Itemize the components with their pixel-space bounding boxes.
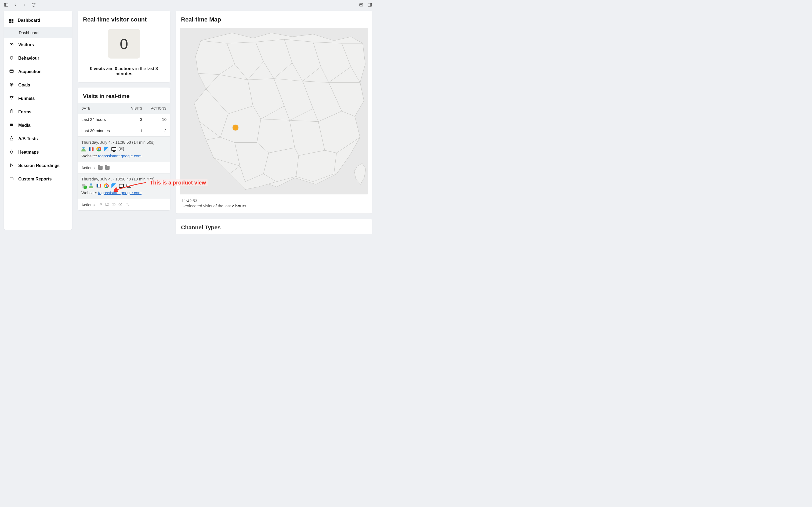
bell-icon: [9, 55, 14, 61]
media-icon: [9, 122, 14, 128]
sidebar-item-label: Visitors: [18, 43, 34, 47]
sidebar-item-label: Behaviour: [18, 56, 39, 61]
visit-timestamp: Thursday, July 4, - 11:38:53 (14 min 50s…: [81, 140, 167, 145]
nav-back-icon[interactable]: [13, 2, 18, 8]
sidebar-sub-label: Dashboard: [19, 30, 39, 35]
visitor-count-subtitle: 0 visits and 0 actions in the last 3 min…: [77, 59, 170, 82]
sidebar-item-goals[interactable]: Goals: [4, 78, 72, 92]
sidebar-item-acquisition[interactable]: Acquisition: [4, 65, 72, 78]
actions-label: Actions:: [81, 165, 96, 170]
flag-outline-icon[interactable]: [98, 202, 102, 207]
map-caption: 11:42:53 Geolocated visits of the last 2…: [176, 195, 252, 214]
macos-icon: [104, 147, 109, 152]
svg-point-7: [11, 84, 12, 86]
sidebar-item-abtests[interactable]: A/B Tests: [4, 132, 72, 146]
sidebar-item-label: Forms: [18, 110, 32, 114]
plugin-icon: [126, 183, 131, 188]
realtime-map-card: Real-time Map: [176, 11, 372, 214]
visit-website-link[interactable]: tagassistant.google.com: [98, 190, 141, 195]
desktop-icon: [111, 147, 116, 152]
folder-icon[interactable]: [105, 166, 110, 170]
sidebar-item-label: Session Recordings: [18, 163, 60, 168]
svg-point-12: [126, 203, 128, 205]
map-marker[interactable]: [233, 125, 238, 130]
visit-actions: Actions:: [77, 162, 170, 173]
svg-rect-0: [4, 3, 8, 6]
visit-entry[interactable]: Thursday, July 4, - 11:38:53 (14 min 50s…: [77, 136, 170, 162]
sidebar-item-media[interactable]: Media: [4, 119, 72, 132]
browser-toolbar: [0, 0, 376, 11]
sidebar-item-label: A/B Tests: [18, 136, 38, 141]
visit-website: Website: tagassistant.google.com: [81, 154, 167, 158]
cloud-download-icon[interactable]: [118, 202, 122, 207]
actions-label: Actions:: [81, 203, 96, 207]
sidebar-item-label: Goals: [18, 83, 30, 88]
visits-realtime-title: Visits in real-time: [77, 88, 170, 99]
plugin-icon: [119, 147, 124, 152]
visit-entry[interactable]: Thursday, July 4, - 10:50:49 (19 min 47s…: [77, 173, 170, 199]
cloud-download-icon[interactable]: [112, 202, 116, 207]
svg-point-4: [11, 44, 13, 45]
sidebar-item-dashboard[interactable]: Dashboard: [4, 13, 72, 27]
rt-row[interactable]: Last 30 minutes 1 2: [77, 125, 170, 136]
sidebar-item-funnels[interactable]: Funnels: [4, 92, 72, 105]
sidebar-item-label: Media: [18, 123, 31, 128]
svg-rect-11: [10, 178, 13, 180]
briefcase-icon: [9, 176, 14, 182]
chrome-icon: [104, 183, 109, 188]
visitor-icon: [81, 147, 86, 152]
rt-table-head: DATE VISITS ACTIONS: [77, 103, 170, 114]
search-icon[interactable]: [125, 202, 129, 207]
target-icon: [9, 82, 14, 88]
channel-types-card: Channel Types: [176, 219, 372, 234]
svg-point-6: [10, 83, 13, 86]
map-timestamp: 11:42:53: [181, 199, 246, 203]
visitors-icon: [9, 42, 14, 48]
desktop-icon: [119, 183, 124, 188]
map-title: Real-time Map: [176, 11, 372, 23]
panel-left-icon[interactable]: [4, 2, 9, 8]
sidebar-item-custom-reports[interactable]: Custom Reports: [4, 172, 72, 186]
flag-fr-icon: [97, 183, 101, 188]
svg-rect-5: [10, 70, 13, 73]
col-visits: VISITS: [126, 107, 142, 110]
sidebar-item-session-recordings[interactable]: Session Recordings: [4, 159, 72, 172]
sidebar-sub-dashboard[interactable]: Dashboard: [4, 27, 72, 38]
channel-types-title: Channel Types: [181, 224, 367, 231]
play-icon: [9, 163, 14, 169]
sidebar-item-behaviour[interactable]: Behaviour: [4, 52, 72, 65]
sidebar-item-label: Funnels: [18, 96, 35, 101]
sidebar: Dashboard Dashboard Visitors Behaviour A…: [4, 11, 72, 230]
flag-fr-icon: [89, 147, 94, 152]
external-link-icon[interactable]: [105, 202, 109, 207]
visits-realtime-card: Visits in real-time DATE VISITS ACTIONS …: [77, 88, 170, 210]
sidebar-item-label: Acquisition: [18, 69, 42, 74]
col-date: DATE: [81, 107, 126, 110]
droplet-icon: [9, 149, 14, 155]
svg-point-8: [11, 84, 12, 85]
visit-actions: Actions:: [77, 199, 170, 210]
visitor-icon: [89, 183, 94, 188]
svg-rect-1: [359, 3, 363, 6]
sidebar-item-label: Heatmaps: [18, 150, 39, 155]
reload-icon[interactable]: [31, 2, 36, 8]
visit-timestamp: Thursday, July 4, - 10:50:49 (19 min 47s…: [81, 177, 167, 181]
window-icon: [9, 69, 14, 75]
panel-right-icon[interactable]: [367, 2, 372, 8]
visit-website-link[interactable]: tagassistant.google.com: [98, 154, 141, 158]
rt-row[interactable]: Last 24 hours 3 10: [77, 114, 170, 125]
returning-visitor-icon: 1: [81, 183, 86, 188]
map[interactable]: [180, 28, 368, 194]
visitor-count-title: Real-time visitor count: [77, 11, 170, 23]
sidebar-item-visitors[interactable]: Visitors: [4, 38, 72, 52]
macos-icon: [111, 183, 116, 188]
dashboard-icon: [9, 17, 13, 23]
nav-forward-icon: [22, 2, 27, 8]
sidebar-item-label: Dashboard: [18, 18, 40, 23]
visit-website: Website: tagassistant.google.com: [81, 190, 167, 195]
visitor-count-number: 0: [120, 35, 128, 53]
list-overlay-icon[interactable]: [359, 2, 363, 8]
sidebar-item-heatmaps[interactable]: Heatmaps: [4, 146, 72, 159]
sidebar-item-forms[interactable]: Forms: [4, 105, 72, 119]
folder-icon[interactable]: [98, 166, 103, 170]
